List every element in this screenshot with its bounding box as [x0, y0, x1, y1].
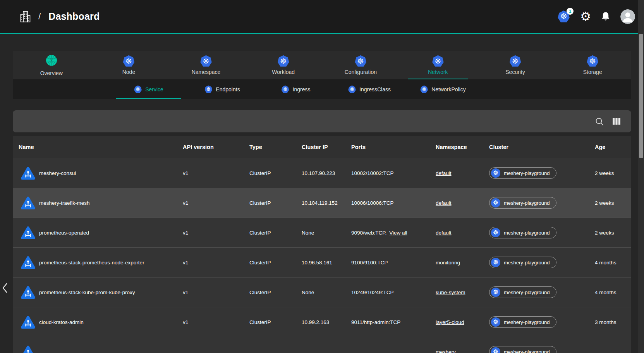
kubernetes-icon: ☸ [420, 86, 428, 93]
cluster-name: meshery-playground [504, 260, 550, 266]
subtab-networkpolicy[interactable]: ☸ NetworkPolicy [406, 79, 480, 99]
namespace-link[interactable]: default [436, 200, 452, 206]
namespace-cell: default [436, 200, 489, 206]
user-avatar[interactable] [620, 9, 635, 24]
kubernetes-context-button[interactable]: ☸ 1 [558, 10, 570, 22]
type-cell: ClusterIP [249, 200, 302, 206]
column-header-ports[interactable]: Ports [351, 144, 436, 150]
scrollbar-thumb[interactable] [639, 34, 643, 158]
subtab-ingress[interactable]: ☸ Ingress [259, 79, 333, 99]
namespace-cell: kube-system [436, 290, 489, 295]
building-icon [20, 11, 31, 22]
kubernetes-icon: ☸ [134, 86, 142, 93]
ports-cell: 9090/web:TCP,View all [351, 230, 436, 236]
column-header-type[interactable]: Type [249, 144, 302, 150]
tab-configuration[interactable]: ☸ Configuration [322, 51, 400, 79]
header-actions: ☸ 1 ⚙ [558, 9, 635, 24]
kubernetes-icon: ☸ [432, 55, 444, 67]
table-toolbar [13, 110, 631, 132]
services-table: NameAPI versionTypeCluster IPPortsNamesp… [13, 136, 631, 353]
cluster-name: meshery-playground [504, 170, 550, 176]
table-row: meshery-traefik-mesh v1 ClusterIP 10.104… [13, 188, 631, 218]
age-cell: 4 months [595, 260, 631, 266]
kubernetes-icon: ☸ [491, 168, 500, 178]
type-cell: ClusterIP [249, 290, 302, 295]
tab-storage[interactable]: ☸ Storage [554, 51, 631, 79]
tab-label: Namespace [192, 69, 221, 75]
kubernetes-icon: ☸ [510, 55, 521, 67]
tab-label: Network [428, 69, 448, 75]
tab-overview[interactable]: Overview [13, 51, 90, 79]
namespace-link[interactable]: layer5-cloud [436, 319, 464, 325]
kubernetes-icon: ☸ [491, 347, 500, 353]
scrollbar-track [638, 0, 644, 353]
tab-node[interactable]: ☸ Node [90, 51, 168, 79]
namespace-cell: monitoring [436, 260, 489, 266]
cluster-ip-cell: 10.104.119.152 [302, 200, 351, 206]
service-name: prometheus-stack-kube-prom-kube-proxy [39, 290, 135, 295]
kubernetes-icon: ☸ [587, 55, 598, 67]
namespace-cell: layer5-cloud [436, 319, 489, 325]
view-all-link[interactable]: View all [389, 230, 407, 236]
column-header-cluster-ip[interactable]: Cluster IP [302, 144, 351, 150]
kubernetes-icon: ☸ [491, 258, 500, 267]
tab-security[interactable]: ☸ Security [477, 51, 554, 79]
cluster-cell: ☸ meshery-playground [489, 227, 595, 238]
ports-cell: 10002/10002:TCP [351, 170, 436, 176]
cluster-chip[interactable]: ☸ meshery-playground [489, 257, 556, 268]
cluster-chip[interactable]: ☸ meshery-playground [489, 167, 556, 179]
table-row: prometheus-operated v1 ClusterIP None 90… [13, 218, 631, 247]
cluster-chip[interactable]: ☸ meshery-playground [489, 316, 556, 328]
service-resource-icon [21, 315, 35, 329]
namespace-cell: default [436, 230, 489, 236]
cluster-name: meshery-playground [504, 230, 550, 236]
kubernetes-icon: ☸ [200, 55, 212, 67]
column-header-cluster[interactable]: Cluster [489, 144, 595, 150]
notifications-bell-icon[interactable] [601, 12, 610, 21]
kubernetes-dashboard-page: / Dashboard ☸ 1 ⚙ [0, 0, 644, 353]
api-version-cell: v1 [183, 319, 249, 325]
namespace-link[interactable]: monitoring [436, 260, 460, 266]
kubernetes-icon: ☸ [355, 55, 366, 67]
subtab-service[interactable]: ☸ Service [112, 79, 185, 99]
drawer-collapse-button[interactable] [1, 281, 9, 295]
cluster-chip[interactable]: ☸ meshery-playground [489, 197, 556, 209]
tab-workload[interactable]: ☸ Workload [245, 51, 322, 79]
cluster-ip-cell: 10.96.58.161 [302, 260, 351, 266]
tab-namespace[interactable]: ☸ Namespace [167, 51, 245, 79]
cluster-cell: ☸ meshery-playground [489, 346, 595, 353]
subtab-endpoints[interactable]: ☸ Endpoints [185, 79, 259, 99]
kubernetes-icon: ☸ [282, 86, 289, 93]
type-cell: ClusterIP [249, 170, 302, 176]
tab-network[interactable]: ☸ Network [399, 51, 477, 79]
table-body: meshery-consul v1 ClusterIP 10.107.90.22… [13, 158, 631, 353]
search-icon[interactable] [595, 117, 604, 126]
service-resource-icon [21, 166, 35, 180]
cluster-chip[interactable]: ☸ meshery-playground [489, 346, 556, 353]
columns-icon[interactable] [613, 118, 620, 125]
column-header-name[interactable]: Name [13, 144, 183, 150]
service-resource-icon [21, 256, 35, 269]
age-cell: 3 months [595, 319, 631, 325]
type-cell: ClusterIP [249, 230, 302, 236]
namespace-link[interactable]: kube-system [436, 290, 465, 295]
cluster-name: meshery-playground [504, 290, 550, 295]
namespace-link[interactable]: default [436, 170, 452, 176]
tab-label: Node [122, 69, 135, 75]
kubernetes-icon: ☸ [491, 288, 500, 297]
cluster-chip[interactable]: ☸ meshery-playground [489, 227, 556, 238]
cluster-chip[interactable]: ☸ meshery-playground [489, 286, 556, 298]
service-name: meshery-traefik-mesh [39, 200, 90, 206]
cluster-cell: ☸ meshery-playground [489, 316, 595, 328]
settings-gear-icon[interactable]: ⚙ [580, 10, 591, 22]
column-header-api-version[interactable]: API version [183, 144, 249, 150]
service-name: prometheus-operated [39, 230, 89, 236]
subtab-ingressclass[interactable]: ☸ IngressClass [333, 79, 406, 99]
namespace-link[interactable]: meshery [436, 349, 456, 353]
ports-cell: 9011/http-admin:TCP [351, 319, 436, 325]
column-header-namespace[interactable]: Namespace [436, 144, 489, 150]
column-header-age[interactable]: Age [595, 144, 631, 150]
kubernetes-icon: ☸ [348, 86, 356, 93]
namespace-link[interactable]: default [436, 230, 452, 236]
service-name: prometheus-stack-prometheus-node-exporte… [39, 260, 144, 266]
